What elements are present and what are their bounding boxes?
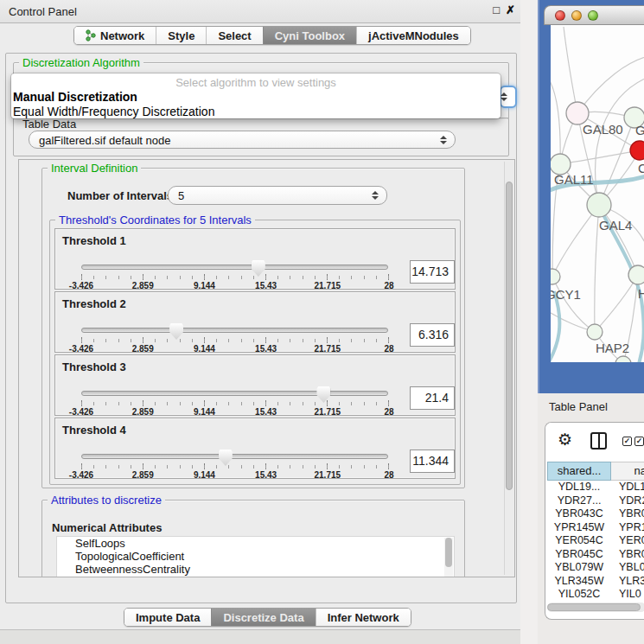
list-scrollbar[interactable]	[444, 538, 453, 577]
main-scrollbar-thumb[interactable]	[506, 182, 513, 490]
threshold-slider-track[interactable]	[81, 328, 388, 333]
table-scrollbar-thumb[interactable]	[547, 603, 641, 611]
cell-name[interactable]: YBR0	[611, 548, 644, 562]
cell-shared-name[interactable]: YBL079W	[547, 561, 611, 575]
cell-shared-name[interactable]: YLR345W	[547, 575, 611, 589]
network-canvas[interactable]: GAL80 GA GAL11 GAL4 GCY1 H HAP2 C	[551, 25, 644, 362]
table-row[interactable]: YPR145WYPR1	[547, 521, 644, 535]
threshold-value-field[interactable]: 21.4	[410, 386, 455, 410]
checkbox-checked-icon[interactable]: ✓	[622, 437, 632, 446]
table-row[interactable]: YBL079WYBL0	[547, 561, 644, 575]
algorithm-combo-button[interactable]	[500, 86, 517, 108]
checkbox-checked-icon[interactable]: ✓	[634, 437, 644, 446]
threshold-slider-track[interactable]	[81, 391, 388, 396]
column-header-shared-name[interactable]: shared...	[547, 462, 611, 481]
dropdown-option-equal-width[interactable]: Equal Width/Frequency Discretization	[11, 104, 501, 118]
tab-cyni-toolbox[interactable]: Cyni Toolbox	[263, 27, 356, 44]
cell-name[interactable]: YBR0	[611, 507, 644, 521]
list-item[interactable]: BetweennessCentrality	[57, 563, 454, 576]
tab-label: Select	[218, 29, 251, 42]
number-of-intervals-value: 5	[178, 189, 184, 202]
cell-shared-name[interactable]: YIL052C	[547, 588, 611, 601]
table-data-value: galFiltered.sif default node	[39, 133, 170, 146]
threshold-label: Threshold 1	[62, 234, 126, 247]
network-window-titlebar[interactable]	[544, 5, 644, 25]
attributes-listbox[interactable]: SelfLoops TopologicalCoefficient Between…	[56, 536, 455, 577]
table-toolbar: ⚙ ✓ ✓	[545, 423, 644, 461]
cell-shared-name[interactable]: YER054C	[547, 534, 611, 548]
cell-name[interactable]: YDR2	[611, 494, 644, 508]
group-title-table-data: Table Data	[20, 118, 79, 131]
number-of-intervals-label: Number of Intervals	[67, 189, 173, 202]
table-horizontal-scrollbar[interactable]	[547, 603, 644, 612]
network-icon	[86, 29, 96, 41]
tab-infer-network[interactable]: Infer Network	[316, 609, 411, 626]
node-label-cut-c: C	[638, 161, 644, 175]
thresholds-group: Threshold's Coordinates for 5 Intervals …	[49, 220, 461, 485]
cell-name[interactable]: YBL0	[611, 561, 644, 575]
tab-style[interactable]: Style	[156, 27, 206, 44]
tick-label: -3.426	[69, 470, 93, 480]
table-body: YDL19...YDL1 YDR27...YDR2 YBR043CYBR0 YP…	[547, 481, 644, 601]
slider-tick-labels: -3.426 2.859 9.144 15.43 21.715 28	[81, 344, 389, 354]
cell-shared-name[interactable]: YBR045C	[547, 548, 611, 562]
cell-name[interactable]: YLR3	[611, 575, 644, 589]
node-label-cut-h: H	[638, 286, 644, 301]
threshold-value-field[interactable]: 6.316	[410, 323, 455, 347]
cell-name[interactable]: YIL0	[611, 588, 644, 601]
cell-shared-name[interactable]: YBR043C	[547, 507, 611, 521]
threshold-value-field[interactable]: 14.713	[410, 260, 455, 284]
gear-icon[interactable]: ⚙	[558, 430, 572, 450]
list-item[interactable]: SelfLoops	[57, 537, 454, 550]
list-scrollbar-thumb[interactable]	[445, 538, 452, 567]
cell-name[interactable]: YER0	[611, 534, 644, 548]
slider-tick-labels: -3.426 2.859 9.144 15.43 21.715 28	[81, 407, 389, 418]
main-scrollbar[interactable]	[504, 162, 513, 575]
cell-shared-name[interactable]: YPR145W	[547, 521, 611, 535]
slider-minor-ticks	[81, 276, 389, 279]
table-row[interactable]: YBR043CYBR0	[547, 507, 644, 521]
dropdown-option-manual[interactable]: Manual Discretization	[11, 89, 501, 104]
algorithm-dropdown-popup: Select algorithm to view settings Manual…	[11, 73, 501, 118]
threshold-label: Threshold 2	[62, 297, 126, 310]
table-row[interactable]: YIL052CYIL0	[547, 588, 644, 601]
column-layout-icon[interactable]	[590, 432, 607, 450]
threshold-1-panel: Threshold 1 -3.426 2.859 9.144 15.43	[54, 228, 456, 290]
zoom-traffic-light-icon[interactable]	[588, 10, 598, 21]
group-title-discretization-algorithm: Discretization Algorithm	[19, 56, 143, 69]
tab-network[interactable]: Network	[74, 27, 156, 44]
table-row[interactable]: YLR345WYLR3	[547, 575, 644, 589]
threshold-slider-track[interactable]	[81, 265, 388, 270]
tick-label: 15.43	[255, 407, 277, 417]
tick-label: 2.859	[132, 470, 154, 480]
table-row[interactable]: YER054CYER0	[547, 534, 644, 548]
table-data-combobox[interactable]: galFiltered.sif default node	[29, 131, 456, 149]
tab-jactivemnodules[interactable]: jActiveMNodules	[356, 27, 470, 44]
threshold-slider-track[interactable]	[81, 454, 388, 459]
tab-label: jActiveMNodules	[368, 29, 459, 42]
tab-discretize-data[interactable]: Discretize Data	[211, 609, 315, 626]
close-traffic-light-icon[interactable]	[555, 10, 565, 21]
number-of-intervals-combobox[interactable]: 5	[168, 186, 387, 205]
float-window-icon[interactable]: □	[493, 3, 500, 16]
tab-select[interactable]: Select	[206, 27, 262, 44]
cell-name[interactable]: YPR1	[611, 521, 644, 535]
network-window-frame: GAL80 GA GAL11 GAL4 GCY1 H HAP2 C	[538, 0, 644, 393]
tick-label: 28	[384, 470, 393, 480]
tick-label: 21.715	[315, 407, 341, 417]
tab-impute-data[interactable]: Impute Data	[124, 609, 211, 626]
slider-minor-ticks	[81, 465, 389, 469]
list-item[interactable]: TopologicalCoefficient	[57, 550, 454, 563]
node-label-hap2: HAP2	[596, 341, 629, 355]
cell-shared-name[interactable]: YDR27...	[547, 494, 611, 508]
close-icon[interactable]: ✗	[506, 3, 515, 16]
column-header-name[interactable]: na	[611, 462, 644, 481]
threshold-value-field[interactable]: 11.344	[410, 450, 455, 473]
table-row[interactable]: YDL19...YDL1	[547, 481, 644, 494]
table-row[interactable]: YBR045CYBR0	[547, 548, 644, 562]
cell-shared-name[interactable]: YDL19...	[547, 481, 611, 494]
table-row[interactable]: YDR27...YDR2	[547, 494, 644, 508]
minimize-traffic-light-icon[interactable]	[571, 10, 582, 21]
cell-name[interactable]: YDL1	[611, 481, 644, 494]
table-data-group: Table Data galFiltered.sif default node	[13, 118, 509, 156]
